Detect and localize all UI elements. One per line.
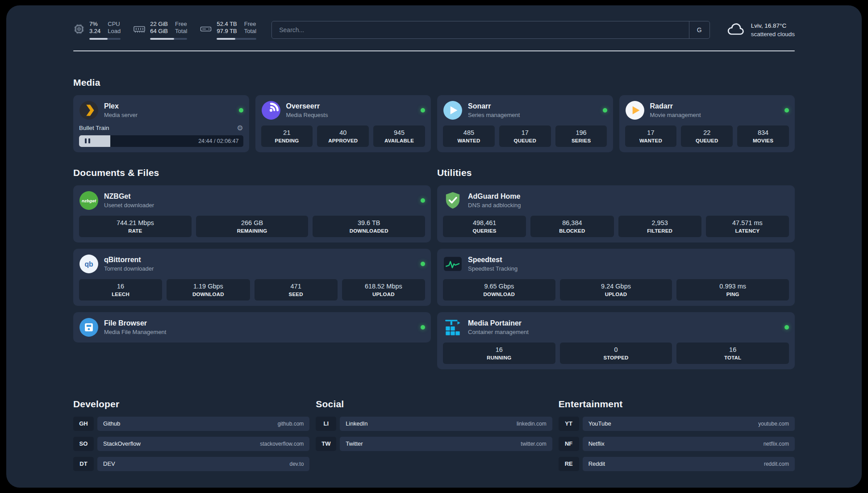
weather-condition: scattered clouds [751, 30, 795, 39]
app-card-filebrowser[interactable]: File Browser Media File Management [73, 312, 431, 343]
ram-free-label: Free [175, 21, 187, 28]
search-input[interactable] [272, 21, 689, 38]
bookmark-twitter[interactable]: TW Twitter twitter.com [316, 437, 552, 451]
portainer-icon [443, 318, 463, 337]
status-dot [421, 262, 425, 266]
qbittorrent-titles: qBittorrent Torrent downloader [104, 256, 154, 272]
app-card-speedtest[interactable]: Speedtest Speedtest Tracking 9.65 Gbps D… [437, 249, 795, 306]
stats-row: 9.65 Gbps DOWNLOAD 9.24 Gbps UPLOAD 0.99… [443, 279, 789, 301]
stat-label: WANTED [627, 138, 675, 143]
bookmark-reddit[interactable]: RE Reddit reddit.com [559, 457, 795, 471]
stat-label: LATENCY [708, 228, 787, 234]
ram-values: 22 GiB 64 GiB Free Total [150, 21, 187, 35]
status-dot [421, 325, 425, 330]
now-playing-title: Bullet Train [79, 125, 109, 131]
app-card-nzbget[interactable]: nzbget NZBGet Usenet downloader 74 [73, 185, 431, 242]
app-subtitle: Media File Management [104, 329, 166, 335]
app-name: NZBGet [104, 192, 154, 201]
cpu-load-label: Load [108, 28, 121, 35]
svg-text:qb: qb [84, 260, 93, 267]
seek-bar[interactable]: 24:44 / 02:06:47 [79, 135, 243, 147]
adguard-titles: AdGuard Home DNS and adblocking [468, 192, 521, 209]
bookmark-bar: LinkedIn linkedin.com [340, 417, 552, 431]
stat-label: TOTAL [678, 355, 787, 360]
disk-free-label: Free [244, 21, 256, 28]
disk-icon [200, 23, 212, 35]
stat-value: 16 [81, 283, 160, 290]
weather-widget[interactable]: Lviv, 16.87°C scattered clouds [725, 21, 795, 39]
stat-value: 40 [319, 129, 367, 136]
stat-label: REMAINING [198, 228, 307, 234]
app-card-plex[interactable]: Plex Media server Bullet Train ⚙ [73, 95, 249, 152]
app-card-sonarr[interactable]: Sonarr Series management 485 WANTED 17 Q… [437, 95, 613, 152]
stat-filtered: 2,953 FILTERED [618, 216, 701, 237]
ram-total: 64 GiB [150, 28, 168, 35]
section-media: Media Plex Media server [73, 77, 795, 152]
status-dot [421, 108, 425, 113]
ram-usage-fill [150, 38, 174, 40]
app-card-radarr[interactable]: Radarr Movie management 17 WANTED 22 QUE… [619, 95, 795, 152]
stat-value: 744.21 Mbps [81, 219, 190, 226]
stats-row: 485 WANTED 17 QUEUED 196 SERIES [443, 125, 607, 147]
app-name: File Browser [104, 319, 166, 327]
stat-value: 9.65 Gbps [445, 283, 554, 290]
bookmark-netflix[interactable]: NF Netflix netflix.com [559, 437, 795, 451]
app-subtitle: DNS and adblocking [468, 202, 521, 209]
cpu-label: CPU [108, 21, 121, 28]
section-title-media: Media [73, 77, 795, 88]
bookmark-stackoverflow[interactable]: SO StackOverflow stackoverflow.com [73, 437, 309, 451]
stat-wanted: 485 WANTED [443, 125, 495, 147]
app-card-overseerr[interactable]: Overseerr Media Requests 21 PENDING 40 A… [255, 95, 431, 152]
stat-pending: 21 PENDING [261, 125, 313, 147]
stat-running: 16 RUNNING [443, 343, 555, 364]
portainer-header: Media Portainer Container management [443, 318, 789, 337]
stat-value: 86,384 [532, 219, 612, 226]
search-provider-button[interactable]: G [689, 21, 709, 38]
bookmark-name: LinkedIn [346, 420, 367, 427]
stats-row: 16 RUNNING 0 STOPPED 16 TOTAL [443, 343, 789, 364]
settings-gear-icon[interactable]: ⚙ [237, 125, 243, 132]
stat-value: 17 [501, 129, 549, 136]
bookmark-url: youtube.com [758, 421, 789, 427]
weather-text: Lviv, 16.87°C scattered clouds [751, 21, 795, 39]
bookmark-bar: Github github.com [97, 417, 309, 431]
bookmark-name: DEV [103, 460, 115, 467]
app-card-adguard[interactable]: AdGuard Home DNS and adblocking 498,461 … [437, 185, 795, 242]
cpu-metric: 7% 3.24 CPU Load [73, 21, 121, 40]
app-card-portainer[interactable]: Media Portainer Container management 16 … [437, 312, 795, 369]
bookmark-bar: YouTube youtube.com [583, 417, 795, 431]
stat-label: LEECH [81, 292, 160, 297]
bookmark-github[interactable]: GH Github github.com [73, 417, 309, 431]
media-grid: Plex Media server Bullet Train ⚙ [73, 95, 795, 152]
stat-seed: 471 SEED [255, 279, 338, 301]
utilities-stack: AdGuard Home DNS and adblocking 498,461 … [437, 185, 795, 369]
stat-leech: 16 LEECH [79, 279, 162, 301]
disk-usage-bar [217, 38, 256, 40]
bookmark-url: reddit.com [764, 461, 789, 467]
pause-button[interactable] [79, 135, 96, 147]
bookmark-bar: DEV dev.to [97, 457, 309, 471]
stat-upload: 618.52 Mbps UPLOAD [342, 279, 425, 301]
developer-list: GH Github github.com SO StackOverflow st… [73, 417, 309, 471]
bookmark-dev[interactable]: DT DEV dev.to [73, 457, 309, 471]
bookmark-linkedin[interactable]: LI LinkedIn linkedin.com [316, 417, 552, 431]
now-playing-row: Bullet Train ⚙ [79, 125, 243, 132]
bookmark-name: Reddit [588, 460, 605, 467]
ram-usage-bar [150, 38, 187, 40]
stat-stopped: 0 STOPPED [560, 343, 672, 364]
stat-label: DOWNLOADED [314, 228, 423, 234]
topbar-divider [73, 50, 795, 51]
bookmark-bar: Reddit reddit.com [583, 457, 795, 471]
social-list: LI LinkedIn linkedin.com TW Twitter twit… [316, 417, 552, 451]
disk-total-label: Total [244, 28, 256, 35]
bookmark-name: Twitter [346, 440, 363, 447]
app-card-qbittorrent[interactable]: qb qBittorrent Torrent downloader [73, 249, 431, 306]
cpu-values: 7% 3.24 CPU Load [89, 21, 121, 35]
app-subtitle: Media server [104, 112, 138, 118]
stat-latency: 47.571 ms LATENCY [706, 216, 789, 237]
stat-value: 471 [256, 283, 336, 290]
stats-row: 21 PENDING 40 APPROVED 945 AVAILABLE [261, 125, 426, 147]
bookmark-youtube[interactable]: YT YouTube youtube.com [559, 417, 795, 431]
disk-metric: 52.4 TB 97.9 TB Free Total [200, 21, 256, 40]
plex-icon [79, 100, 99, 120]
